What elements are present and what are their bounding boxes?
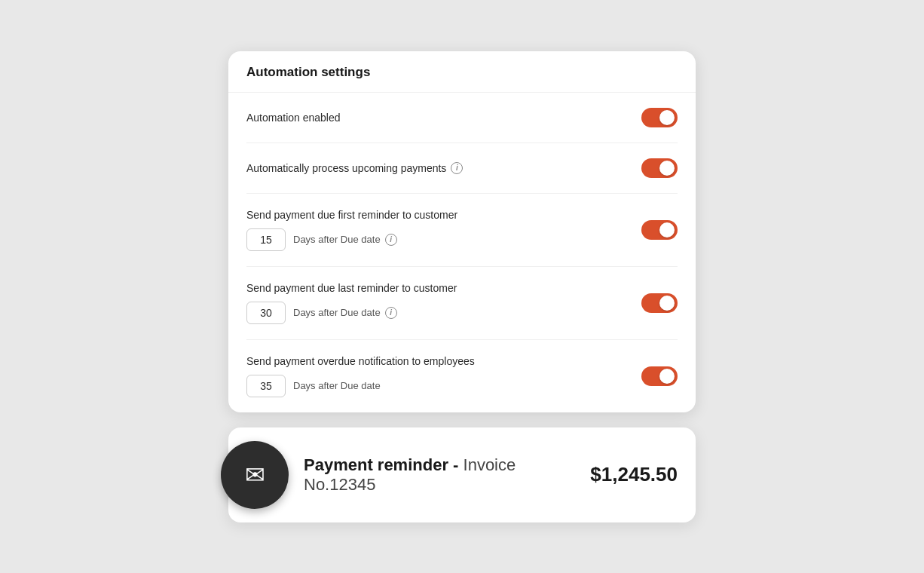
days-info-icon-first-reminder[interactable]: i (385, 234, 397, 246)
reminder-title-bold: Payment reminder (304, 455, 448, 474)
setting-label-text-overdue-notification: Send payment overdue notification to emp… (246, 355, 475, 367)
reminder-amount: $1,245.50 (590, 463, 678, 486)
days-row-first-reminder: Days after Due datei (246, 228, 641, 251)
days-label-text-first-reminder: Days after Due date (293, 234, 381, 245)
toggle-slider-automation-enabled (641, 108, 678, 127)
card-header: Automation settings (228, 51, 696, 93)
setting-label-automation-enabled: Automation enabled (246, 112, 641, 124)
setting-row-last-reminder: Send payment due last reminder to custom… (246, 267, 678, 340)
setting-label-last-reminder: Send payment due last reminder to custom… (246, 282, 641, 294)
payment-reminder-card: ✉ Payment reminder - Invoice No.12345 $1… (228, 427, 696, 522)
days-row-overdue-notification: Days after Due date (246, 375, 641, 397)
days-label-text-overdue-notification: Days after Due date (293, 380, 381, 391)
setting-label-text-last-reminder: Send payment due last reminder to custom… (246, 282, 457, 294)
toggle-overdue-notification[interactable] (641, 366, 678, 386)
setting-left-auto-process-payments: Automatically process upcoming paymentsi (246, 162, 641, 174)
setting-label-text-auto-process-payments: Automatically process upcoming payments (246, 162, 446, 174)
toggle-last-reminder[interactable] (641, 293, 678, 313)
setting-label-first-reminder: Send payment due first reminder to custo… (246, 209, 641, 221)
reminder-separator: - (448, 455, 464, 474)
days-label-last-reminder: Days after Due datei (293, 307, 397, 319)
reminder-content: Payment reminder - Invoice No.12345 (289, 455, 590, 495)
setting-row-first-reminder: Send payment due first reminder to custo… (246, 194, 678, 267)
automation-settings-card: Automation settings Automation enabledAu… (228, 51, 696, 412)
setting-label-text-first-reminder: Send payment due first reminder to custo… (246, 209, 457, 221)
reminder-icon-wrap: ✉ (221, 441, 289, 509)
toggle-slider-last-reminder (641, 293, 678, 313)
setting-left-first-reminder: Send payment due first reminder to custo… (246, 209, 641, 251)
days-input-first-reminder[interactable] (246, 228, 286, 251)
setting-row-automation-enabled: Automation enabled (246, 93, 678, 143)
setting-left-automation-enabled: Automation enabled (246, 112, 641, 124)
days-info-icon-last-reminder[interactable]: i (385, 307, 397, 319)
setting-left-overdue-notification: Send payment overdue notification to emp… (246, 355, 641, 397)
days-input-last-reminder[interactable] (246, 302, 286, 324)
setting-left-last-reminder: Send payment due last reminder to custom… (246, 282, 641, 324)
setting-label-text-automation-enabled: Automation enabled (246, 112, 341, 124)
toggle-first-reminder[interactable] (641, 220, 678, 240)
toggle-slider-overdue-notification (641, 366, 678, 386)
envelope-icon: ✉ (245, 461, 265, 489)
days-label-overdue-notification: Days after Due date (293, 380, 381, 391)
toggle-slider-auto-process-payments (641, 158, 678, 178)
reminder-title: Payment reminder - Invoice No.12345 (304, 455, 590, 495)
days-input-overdue-notification[interactable] (246, 375, 286, 397)
setting-label-auto-process-payments: Automatically process upcoming paymentsi (246, 162, 641, 174)
days-label-text-last-reminder: Days after Due date (293, 307, 381, 318)
setting-row-auto-process-payments: Automatically process upcoming paymentsi (246, 143, 678, 194)
toggle-slider-first-reminder (641, 220, 678, 240)
setting-label-overdue-notification: Send payment overdue notification to emp… (246, 355, 641, 367)
days-row-last-reminder: Days after Due datei (246, 302, 641, 324)
toggle-auto-process-payments[interactable] (641, 158, 678, 178)
card-title: Automation settings (246, 65, 678, 80)
toggle-automation-enabled[interactable] (641, 108, 678, 127)
main-wrapper: Automation settings Automation enabledAu… (228, 51, 696, 522)
info-icon-auto-process-payments[interactable]: i (451, 162, 463, 174)
days-label-first-reminder: Days after Due datei (293, 234, 397, 246)
setting-row-overdue-notification: Send payment overdue notification to emp… (246, 340, 678, 412)
card-body: Automation enabledAutomatically process … (228, 93, 696, 412)
